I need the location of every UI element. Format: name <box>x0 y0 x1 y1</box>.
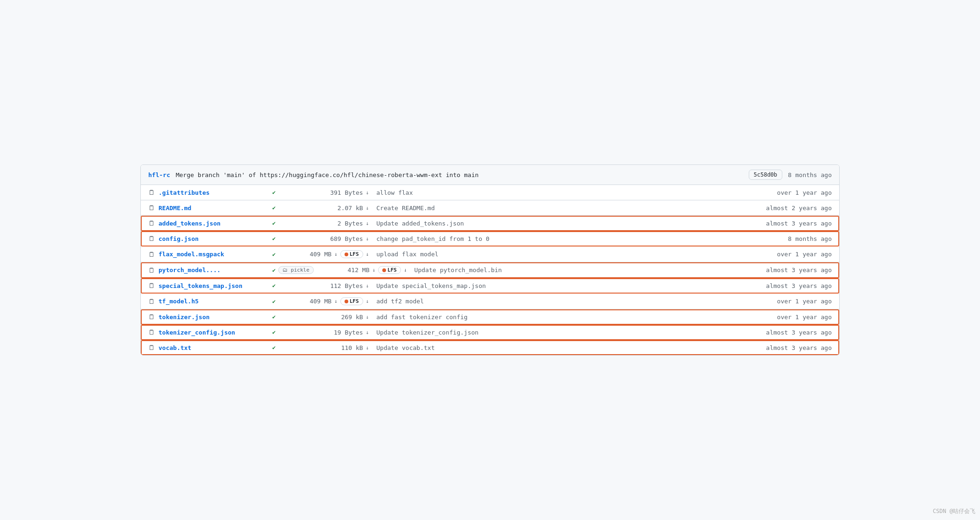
file-meta-vocab: 110 kB↓ <box>276 344 369 351</box>
file-row-gitattributes: 🗒.gitattributes ✔391 Bytes↓allow flaxove… <box>141 185 839 200</box>
file-commit-added_tokens: Update added_tokens.json <box>369 220 762 227</box>
file-name-added_tokens[interactable]: added_tokens.json <box>159 220 270 227</box>
file-icon-added_tokens: 🗒 <box>148 219 155 227</box>
file-time-vocab: almost 3 years ago <box>762 344 832 351</box>
file-icon-tokenizer_config: 🗒 <box>148 328 155 336</box>
file-icon-pytorch_model: 🗒 <box>148 267 155 274</box>
verified-icon-flax_model: ✔ <box>272 251 276 258</box>
file-time-tokenizer: over 1 year ago <box>762 314 832 321</box>
file-icon-gitattributes: 🗒 <box>148 189 155 196</box>
file-size-tokenizer: 269 kB <box>341 314 363 321</box>
verified-icon-tf_model: ✔ <box>272 298 276 305</box>
file-name-tokenizer[interactable]: tokenizer.json <box>159 314 270 321</box>
verified-icon-readme: ✔ <box>272 205 276 211</box>
file-time-flax_model: over 1 year ago <box>762 251 832 258</box>
watermark-text: CSDN @咕仔会飞 <box>933 507 975 515</box>
file-meta-config: 689 Bytes↓ <box>276 235 369 242</box>
file-commit-config: change pad_token_id from 1 to 0 <box>369 235 762 242</box>
download-icon-added_tokens[interactable]: ↓ <box>366 220 369 226</box>
commit-hash[interactable]: 5c58d0b <box>749 170 783 180</box>
download-icon-config[interactable]: ↓ <box>366 236 369 242</box>
file-meta-special_tokens_map: 112 Bytes↓ <box>276 282 369 289</box>
lfs-download-icon-pytorch_model[interactable]: ↓ <box>404 267 407 273</box>
verified-icon-vocab: ✔ <box>272 344 276 351</box>
download-icon-readme[interactable]: ↓ <box>366 205 369 211</box>
download-icon-tokenizer[interactable]: ↓ <box>366 314 369 320</box>
file-commit-tokenizer: add fast tokenizer config <box>369 314 762 321</box>
file-name-tokenizer_config[interactable]: tokenizer_config.json <box>159 329 270 336</box>
lfs-badge-pytorch_model: LFS <box>378 266 401 274</box>
commit-message: Merge branch 'main' of https://huggingfa… <box>176 171 743 178</box>
file-row-flax_model: 🗒flax_model.msgpack ✔409 MB↓ LFS↓upload … <box>141 246 839 262</box>
file-icon-tf_model: 🗒 <box>148 298 155 305</box>
file-time-tokenizer_config: almost 3 years ago <box>762 329 832 336</box>
file-icon-config: 🗒 <box>148 235 155 242</box>
file-commit-flax_model: upload flax model <box>369 251 762 258</box>
file-row-readme: 🗒README.md ✔2.07 kB↓Create README.mdalmo… <box>141 200 839 216</box>
file-name-tf_model[interactable]: tf_model.h5 <box>159 298 270 305</box>
file-commit-pytorch_model: Update pytorch_model.bin <box>407 267 762 274</box>
lfs-download-icon-tf_model[interactable]: ↓ <box>366 298 369 304</box>
file-size-vocab: 110 kB <box>341 344 363 351</box>
file-size-pytorch_model: 412 MB <box>348 267 370 274</box>
file-time-tf_model: over 1 year ago <box>762 298 832 305</box>
file-name-pytorch_model[interactable]: pytorch_model.... <box>159 267 270 274</box>
file-commit-tokenizer_config: Update tokenizer_config.json <box>369 329 762 336</box>
file-meta-tokenizer_config: 19 Bytes↓ <box>276 329 369 336</box>
file-name-special_tokens_map[interactable]: special_tokens_map.json <box>159 282 270 289</box>
verified-icon-special_tokens_map: ✔ <box>272 282 276 289</box>
lfs-badge-tf_model: LFS <box>340 297 363 305</box>
file-meta-gitattributes: 391 Bytes↓ <box>276 189 369 196</box>
lfs-badge-flax_model: LFS <box>340 250 363 258</box>
lfs-download-icon-flax_model[interactable]: ↓ <box>366 251 369 257</box>
file-row-tf_model: 🗒tf_model.h5 ✔409 MB↓ LFS↓add tf2 modelo… <box>141 294 839 309</box>
verified-icon-gitattributes: ✔ <box>272 189 276 196</box>
file-row-tokenizer_config: 🗒tokenizer_config.json ✔19 Bytes↓Update … <box>141 325 839 340</box>
file-size-tokenizer_config: 19 Bytes <box>334 329 363 336</box>
download-icon-tokenizer_config[interactable]: ↓ <box>366 329 369 335</box>
file-row-special_tokens_map: 🗒special_tokens_map.json ✔112 Bytes↓Upda… <box>141 278 839 294</box>
verified-icon-tokenizer: ✔ <box>272 314 276 320</box>
lfs-dot-tf_model <box>345 300 348 303</box>
file-commit-special_tokens_map: Update special_tokens_map.json <box>369 282 762 289</box>
file-time-readme: almost 2 years ago <box>762 205 832 212</box>
file-icon-readme: 🗒 <box>148 204 155 212</box>
pickle-badge-pytorch_model: 🗂 pickle <box>278 266 313 274</box>
file-name-readme[interactable]: README.md <box>159 205 270 212</box>
download-icon-pytorch_model[interactable]: ↓ <box>372 267 375 273</box>
file-size-special_tokens_map: 112 Bytes <box>330 282 363 289</box>
file-name-flax_model[interactable]: flax_model.msgpack <box>159 251 270 258</box>
lfs-dot-pytorch_model <box>382 268 386 272</box>
verified-icon-tokenizer_config: ✔ <box>272 329 276 335</box>
file-meta-flax_model: 409 MB↓ LFS↓ <box>276 250 369 258</box>
download-icon-tf_model[interactable]: ↓ <box>334 298 338 304</box>
file-time-gitattributes: over 1 year ago <box>762 189 832 196</box>
file-icon-vocab: 🗒 <box>148 344 155 351</box>
file-name-vocab[interactable]: vocab.txt <box>159 344 270 351</box>
file-size-tf_model: 409 MB <box>310 298 331 305</box>
file-time-special_tokens_map: almost 3 years ago <box>762 282 832 289</box>
file-size-gitattributes: 391 Bytes <box>330 189 363 196</box>
file-icon-flax_model: 🗒 <box>148 251 155 258</box>
file-row-tokenizer: 🗒tokenizer.json ✔269 kB↓add fast tokeniz… <box>141 309 839 325</box>
verified-icon-config: ✔ <box>272 235 276 242</box>
download-icon-gitattributes[interactable]: ↓ <box>366 190 369 196</box>
file-meta-tf_model: 409 MB↓ LFS↓ <box>276 297 369 305</box>
file-name-gitattributes[interactable]: .gitattributes <box>159 189 270 196</box>
branch-name[interactable]: hfl-rc <box>148 171 170 178</box>
file-rows: 🗒.gitattributes ✔391 Bytes↓allow flaxove… <box>141 185 839 355</box>
commit-header-row: hfl-rc Merge branch 'main' of https://hu… <box>141 165 839 185</box>
file-commit-vocab: Update vocab.txt <box>369 344 762 351</box>
download-icon-special_tokens_map[interactable]: ↓ <box>366 283 369 289</box>
verified-icon-added_tokens: ✔ <box>272 220 276 226</box>
commit-time: 8 months ago <box>788 171 832 178</box>
file-size-config: 689 Bytes <box>330 235 363 242</box>
file-meta-added_tokens: 2 Bytes↓ <box>276 220 369 227</box>
file-meta-pytorch_model: 412 MB↓ LFS↓ <box>314 266 407 274</box>
download-icon-vocab[interactable]: ↓ <box>366 345 369 351</box>
file-row-added_tokens: 🗒added_tokens.json ✔2 Bytes↓Update added… <box>141 216 839 231</box>
file-name-config[interactable]: config.json <box>159 235 270 242</box>
download-icon-flax_model[interactable]: ↓ <box>334 251 338 257</box>
verified-icon-pytorch_model: ✔ <box>272 267 276 274</box>
file-commit-tf_model: add tf2 model <box>369 298 762 305</box>
